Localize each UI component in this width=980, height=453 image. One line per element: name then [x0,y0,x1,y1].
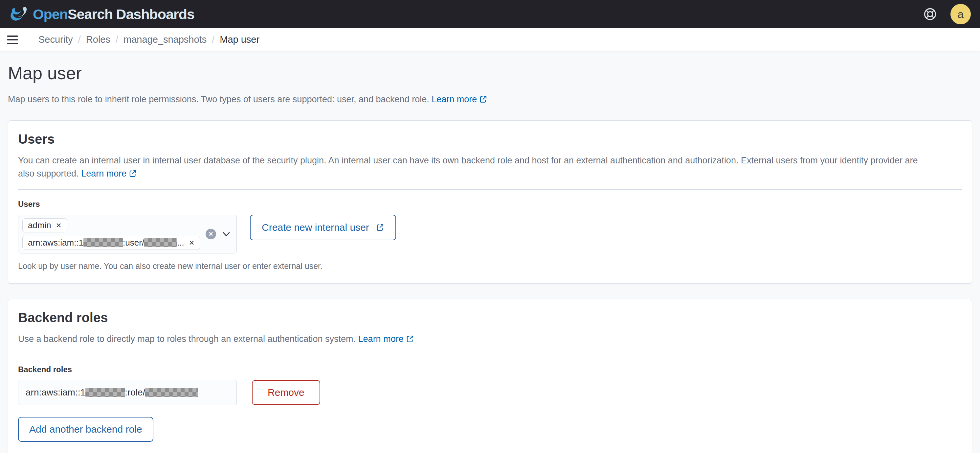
breadcrumb-security[interactable]: Security [38,34,73,45]
logo-word-dashboards: Dashboards [116,6,194,22]
breadcrumb-separator: / [78,34,81,45]
users-panel-description: You can create an internal user in inter… [18,154,962,180]
breadcrumb-separator: / [116,34,118,45]
remove-backend-role-button[interactable]: Remove [252,380,320,405]
create-new-internal-user-button[interactable]: Create new internal user [250,215,396,240]
backend-roles-field-label: Backend roles [18,365,962,374]
user-pill-admin: admin ✕ [22,218,67,233]
redacted-account-id [83,238,123,247]
users-panel-title: Users [18,132,962,147]
backend-roles-panel: Backend roles Use a backend role to dire… [8,299,972,453]
redacted-account-id [85,388,125,397]
external-link-icon [129,169,137,178]
user-pill-arn: arn:aws:iam::1:user/... ✕ [22,236,200,250]
breadcrumb-current: Map user [220,34,259,45]
help-lifebuoy-icon[interactable] [923,7,937,21]
users-help-text: Look up by user name. You can also creat… [18,262,962,271]
external-link-icon [376,223,384,232]
breadcrumb-bar: Security / Roles / manage_snapshots / Ma… [0,28,980,51]
backend-roles-panel-title: Backend roles [18,310,962,325]
breadcrumb-separator: / [212,34,215,45]
remove-admin-pill-icon[interactable]: ✕ [56,222,62,229]
page-learn-more-link[interactable]: Learn more [431,94,487,104]
remove-arn-pill-icon[interactable]: ✕ [189,239,195,246]
breadcrumb: Security / Roles / manage_snapshots / Ma… [38,34,259,45]
top-navigation-bar: OpenSearchDashboards a [0,0,980,28]
users-combo-box[interactable]: admin ✕ arn:aws:iam::1:user/... ✕ ✕ [18,215,237,254]
opensearch-logo: OpenSearchDashboards [9,5,194,23]
breadcrumb-roles[interactable]: Roles [86,34,110,45]
add-another-backend-role-button[interactable]: Add another backend role [18,417,153,442]
chevron-down-icon[interactable] [221,229,231,239]
divider [29,28,29,51]
redacted-user-name [144,238,177,247]
menu-hamburger-icon[interactable] [7,35,25,44]
users-learn-more-link[interactable]: Learn more [81,169,137,179]
logo-word-open: Open [33,6,68,22]
backend-roles-description: Use a backend role to directly map to ro… [18,332,962,346]
divider [18,189,962,190]
users-panel: Users You can create an internal user in… [8,120,972,284]
backend-role-input[interactable]: arn:aws:iam::1:role/ [18,380,237,405]
divider [18,355,962,355]
clear-all-icon[interactable]: ✕ [205,229,216,239]
external-link-icon [406,335,414,343]
page-description: Map users to this role to inherit role p… [8,93,972,105]
logo-word-search: Search [68,6,113,22]
user-avatar[interactable]: a [950,4,971,24]
avatar-letter: a [958,8,964,21]
page-content: Map user Map users to this role to inher… [0,51,980,453]
backend-learn-more-link[interactable]: Learn more [358,334,414,344]
opensearch-logo-icon [9,5,28,23]
redacted-role-name [145,388,198,397]
users-field-label: Users [18,199,962,209]
external-link-icon [479,95,487,104]
page-title: Map user [8,62,972,83]
breadcrumb-manage-snapshots[interactable]: manage_snapshots [124,34,207,45]
